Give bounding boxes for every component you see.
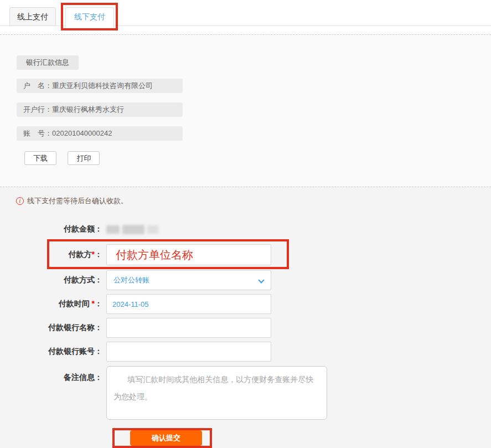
tab-online-payment[interactable]: 线上支付 [9,7,56,26]
payer-input[interactable] [106,244,271,265]
payment-method-selected-value: 公对公转账 [113,275,149,285]
remark-textarea[interactable] [106,366,327,420]
payer-bank-account-input[interactable] [106,342,271,362]
payment-amount-row: 付款金额： [0,221,491,238]
payer-bank-name-label: 付款银行名称： [0,323,102,333]
offline-payment-form-section: i 线下支付需等待后台确认收款。 付款金额： 付款方*： 付款方式 [0,187,491,448]
account-number-label: 账 号： [23,129,52,137]
tab-offline-payment[interactable]: 线下支付 [65,7,114,29]
payment-tab-bar: 线上支付 线下支付 [0,0,491,34]
payer-bank-name-input[interactable] [106,318,271,338]
payment-method-select[interactable]: 公对公转账 [106,270,271,290]
notice-text: 线下支付需等待后台确认收款。 [27,196,128,206]
info-icon: i [16,197,24,205]
offline-payment-notice: i 线下支付需等待后台确认收款。 [0,196,491,206]
offline-payment-page: 线上支付 线下支付 银行汇款信息 户 名：重庆亚利贝德科技咨询有限公司 开户行：… [0,0,491,448]
submit-row: 确认提交 [0,428,491,448]
remark-label: 备注信息： [0,373,102,383]
account-name-value: 重庆亚利贝德科技咨询有限公司 [52,81,153,90]
payer-bank-account-row: 付款银行账号： [0,342,491,362]
payment-date-label: 付款时间 *： [0,299,102,309]
payment-method-label: 付款方式： [0,275,102,285]
payment-form: 付款金额： 付款方*： 付款方式： 公对公转账 [0,221,491,448]
bank-info-badge: 银行汇款信息 [17,55,79,70]
remark-row: 备注信息： [0,366,491,422]
account-number-row: 账 号：020201040000242 [17,126,183,141]
payment-date-row: 付款时间 *： [0,294,491,314]
bank-branch-label: 开户行： [23,105,52,114]
bank-branch-value: 重庆银行枫林秀水支行 [52,105,124,114]
chevron-down-icon [258,277,264,283]
payment-amount-redacted-value [106,225,158,234]
bank-actions: 下载 打印 [24,151,491,165]
print-button[interactable]: 打印 [68,151,100,165]
payer-bank-name-row: 付款银行名称： [0,318,491,338]
account-name-row: 户 名：重庆亚利贝德科技咨询有限公司 [17,79,183,93]
confirm-submit-button[interactable]: 确认提交 [130,430,202,446]
account-name-label: 户 名： [23,81,52,90]
payment-method-row: 付款方式： 公对公转账 [0,270,491,290]
bank-branch-row: 开户行：重庆银行枫林秀水支行 [17,102,183,117]
payment-date-input[interactable] [106,294,271,314]
payer-label: 付款方*： [0,250,102,260]
bank-remittance-section: 银行汇款信息 户 名：重庆亚利贝德科技咨询有限公司 开户行：重庆银行枫林秀水支行… [0,34,491,187]
download-button[interactable]: 下载 [24,151,56,165]
payment-amount-label: 付款金额： [0,224,102,234]
payer-row: 付款方*： [0,244,491,265]
payer-bank-account-label: 付款银行账号： [0,347,102,357]
account-number-value: 020201040000242 [52,129,112,137]
